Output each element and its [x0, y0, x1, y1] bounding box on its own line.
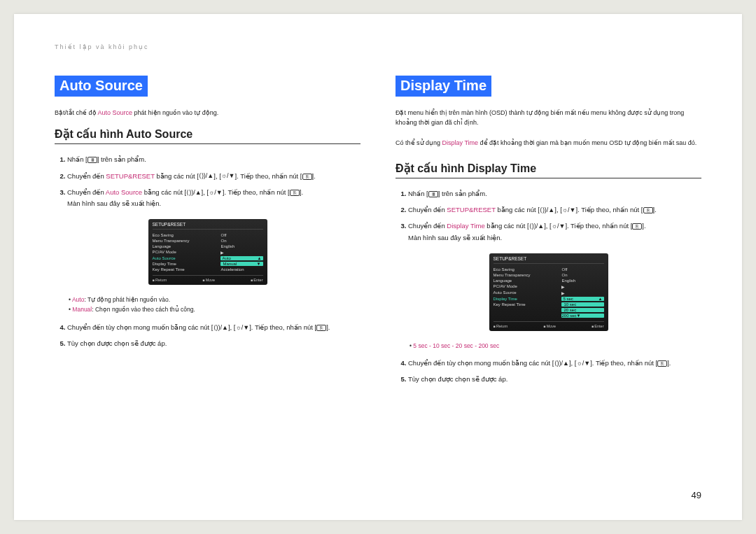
osd-screenshot: SETUP&RESET Eco SavingOff Menu Transpare… [396, 253, 701, 331]
option-bullets: Auto: Tự động phát hiện nguồn vào. Manua… [55, 295, 360, 315]
osd-row-selected: Display Time5 sec▲ [493, 296, 604, 302]
bright-down-icon: ☼/▼ [562, 205, 576, 216]
osd-footer: ReturnMoveEnter [493, 321, 604, 328]
bright-down-icon: ☼/▼ [235, 323, 249, 333]
keyword-display-time: Display Time [442, 139, 479, 146]
osd-screenshot: SETUP&RESET Eco SavingOff Menu Transpare… [55, 219, 360, 285]
steps-list: Nhấn [Ⅲ] trên sản phẩm. Chuyển đến SETUP… [396, 188, 701, 244]
osd-row: Key Repeat Time10 sec [493, 302, 604, 307]
section-title-auto-source: Auto Source [55, 76, 148, 97]
vol-up-icon: ⟨))/▲ [554, 358, 569, 369]
intro-text-2: Có thể sử dụng Display Time để đặt khoản… [396, 138, 701, 148]
osd-row: 200 sec▼ [493, 313, 604, 318]
osd-title: SETUP&RESET [153, 222, 263, 230]
enter-icon: ⎘ [316, 325, 326, 331]
keyword-setup-reset: SETUP&RESET [447, 206, 496, 213]
option-bullets: 5 sec - 10 sec - 20 sec - 200 sec [396, 341, 701, 351]
vol-up-icon: ⟨))/▲ [199, 171, 214, 181]
osd-row: Menu TransparencyOn [153, 238, 263, 244]
osd-row: Display TimeManual▼ [153, 261, 263, 267]
bullet-auto: Auto: Tự động phát hiện nguồn vào. [69, 295, 360, 304]
vol-up-icon: ⟨))/▲ [214, 323, 228, 333]
osd-footer: ReturnMoveEnter [153, 275, 263, 282]
osd-row: Auto Source▶ [493, 290, 604, 296]
subheading: Đặt cấu hình Display Time [396, 162, 701, 178]
right-column: Display Time Đặt menu hiển thị trên màn … [396, 76, 701, 390]
chapter-header: Thiết lập và khôi phục [55, 43, 701, 50]
osd-row: Menu TransparencyOn [493, 272, 604, 278]
steps-list-cont: Chuyển đến tùy chọn mong muốn bằng các n… [396, 358, 701, 385]
steps-list: Nhấn [Ⅲ] trên sản phẩm. Chuyển đến SETUP… [55, 154, 360, 209]
step-2: Chuyển đến SETUP&RESET bằng các nút [⟨))… [67, 171, 360, 182]
osd-row: PC/AV Mode▶ [493, 283, 604, 290]
step-4: Chuyển đến tùy chọn mong muốn bằng các n… [67, 322, 360, 333]
step-5: Tùy chọn được chọn sẽ được áp. [67, 338, 360, 349]
keyword-display-time: Display Time [447, 222, 484, 230]
osd-menu: SETUP&RESET Eco SavingOff Menu Transpare… [489, 253, 608, 331]
osd-row: LanguageEnglish [153, 244, 263, 249]
vol-up-icon: ⟨))/▲ [540, 205, 554, 216]
bright-down-icon: ☼/▼ [552, 221, 566, 232]
steps-list-cont: Chuyển đến tùy chọn mong muốn bằng các n… [55, 322, 360, 349]
page-number: 49 [692, 490, 701, 500]
menu-icon: Ⅲ [428, 191, 438, 197]
enter-icon: ⎘ [657, 360, 667, 367]
manual-page: Thiết lập và khôi phục Auto Source Bật/t… [14, 14, 742, 520]
bright-down-icon: ☼/▼ [576, 358, 590, 369]
osd-title: SETUP&RESET [493, 256, 604, 264]
left-column: Auto Source Bật/tắt chế độ Auto Source p… [55, 76, 360, 390]
step-5: Tùy chọn được chọn sẽ được áp. [408, 374, 701, 385]
osd-row: Eco SavingOff [493, 267, 604, 272]
step-1: Nhấn [Ⅲ] trên sản phẩm. [408, 188, 701, 199]
bright-down-icon: ☼/▼ [221, 171, 235, 181]
osd-row: Key Repeat TimeAcceleration [153, 267, 263, 272]
osd-row-selected: Auto SourceAuto▲ [153, 255, 263, 261]
enter-icon: ⎘ [643, 207, 653, 213]
section-title-display-time: Display Time [396, 76, 491, 97]
step-4: Chuyển đến tùy chọn mong muốn bằng các n… [408, 358, 701, 369]
keyword-auto-source: Auto Source [106, 188, 142, 196]
enter-icon: ⎘ [632, 223, 642, 230]
osd-row: Eco SavingOff [153, 232, 263, 238]
bright-down-icon: ☼/▼ [209, 188, 223, 198]
osd-row: PC/AV Mode▶ [153, 249, 263, 255]
osd-menu: SETUP&RESET Eco SavingOff Menu Transpare… [148, 219, 267, 285]
enter-icon: ⎘ [302, 174, 312, 180]
step-1: Nhấn [Ⅲ] trên sản phẩm. [67, 154, 360, 165]
subheading: Đặt cấu hình Auto Source [55, 127, 360, 144]
step-3: Chuyển đến Display Time bằng các nút [⟨)… [408, 220, 701, 243]
keyword-setup-reset: SETUP&RESET [106, 172, 155, 180]
osd-row: LanguageEnglish [493, 278, 604, 283]
step-3: Chuyển đến Auto Source bằng các nút [⟨))… [67, 187, 360, 209]
bullet-manual: Manual: Chọn nguồn vào theo cách thủ côn… [69, 304, 360, 314]
intro-text: Bật/tắt chế độ Auto Source phát hiện ngu… [55, 108, 360, 118]
vol-up-icon: ⟨))/▲ [186, 188, 201, 198]
enter-icon: ⎘ [290, 190, 300, 196]
osd-row: 20 sec [493, 307, 604, 313]
step-2: Chuyển đến SETUP&RESET bằng các nút [⟨))… [408, 204, 701, 216]
vol-up-icon: ⟨))/▲ [529, 221, 544, 232]
keyword-auto-source: Auto Source [98, 109, 133, 116]
menu-icon: Ⅲ [88, 157, 97, 163]
intro-text: Đặt menu hiển thị trên màn hình (OSD) th… [396, 108, 701, 128]
bullet-times: 5 sec - 10 sec - 20 sec - 200 sec [410, 341, 701, 351]
two-column-layout: Auto Source Bật/tắt chế độ Auto Source p… [55, 76, 701, 390]
